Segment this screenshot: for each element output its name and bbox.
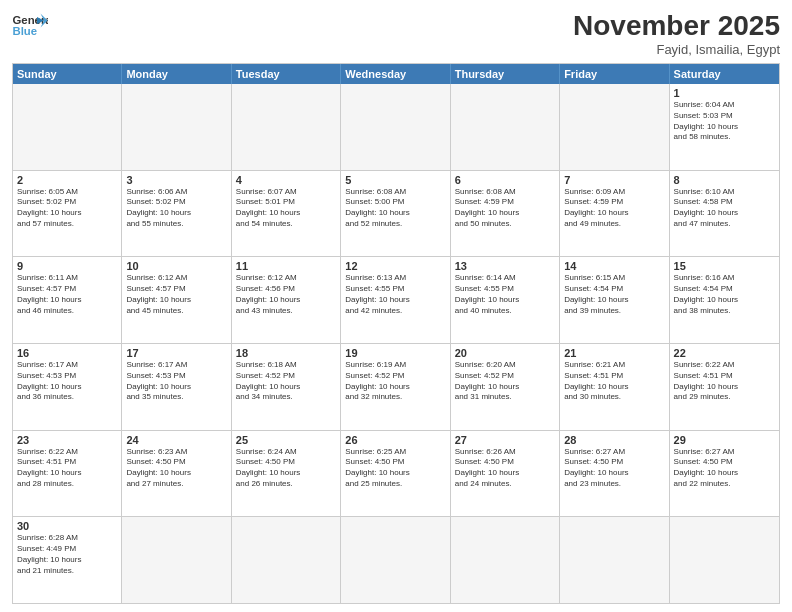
day-number: 16 [17,347,117,359]
calendar-cell-r1-c0: 2Sunrise: 6:05 AM Sunset: 5:02 PM Daylig… [13,171,122,257]
calendar-cell-r5-c2 [232,517,341,603]
day-info: Sunrise: 6:12 AM Sunset: 4:56 PM Dayligh… [236,273,336,316]
title-block: November 2025 Fayid, Ismailia, Egypt [573,10,780,57]
calendar-cell-r4-c3: 26Sunrise: 6:25 AM Sunset: 4:50 PM Dayli… [341,431,450,517]
logo: General Blue [12,10,48,38]
calendar-cell-r1-c5: 7Sunrise: 6:09 AM Sunset: 4:59 PM Daylig… [560,171,669,257]
calendar-row-2: 9Sunrise: 6:11 AM Sunset: 4:57 PM Daylig… [13,256,779,343]
calendar-cell-r4-c6: 29Sunrise: 6:27 AM Sunset: 4:50 PM Dayli… [670,431,779,517]
day-number: 30 [17,520,117,532]
calendar-cell-r3-c5: 21Sunrise: 6:21 AM Sunset: 4:51 PM Dayli… [560,344,669,430]
day-number: 26 [345,434,445,446]
day-info: Sunrise: 6:12 AM Sunset: 4:57 PM Dayligh… [126,273,226,316]
calendar-cell-r4-c5: 28Sunrise: 6:27 AM Sunset: 4:50 PM Dayli… [560,431,669,517]
day-number: 4 [236,174,336,186]
day-info: Sunrise: 6:07 AM Sunset: 5:01 PM Dayligh… [236,187,336,230]
calendar-row-4: 23Sunrise: 6:22 AM Sunset: 4:51 PM Dayli… [13,430,779,517]
day-number: 15 [674,260,775,272]
day-info: Sunrise: 6:10 AM Sunset: 4:58 PM Dayligh… [674,187,775,230]
day-number: 24 [126,434,226,446]
day-info: Sunrise: 6:27 AM Sunset: 4:50 PM Dayligh… [564,447,664,490]
calendar-cell-r0-c1 [122,84,231,170]
day-info: Sunrise: 6:22 AM Sunset: 4:51 PM Dayligh… [674,360,775,403]
day-info: Sunrise: 6:22 AM Sunset: 4:51 PM Dayligh… [17,447,117,490]
calendar-cell-r2-c1: 10Sunrise: 6:12 AM Sunset: 4:57 PM Dayli… [122,257,231,343]
day-info: Sunrise: 6:26 AM Sunset: 4:50 PM Dayligh… [455,447,555,490]
calendar-cell-r2-c4: 13Sunrise: 6:14 AM Sunset: 4:55 PM Dayli… [451,257,560,343]
day-info: Sunrise: 6:06 AM Sunset: 5:02 PM Dayligh… [126,187,226,230]
calendar-cell-r0-c6: 1Sunrise: 6:04 AM Sunset: 5:03 PM Daylig… [670,84,779,170]
calendar-cell-r2-c2: 11Sunrise: 6:12 AM Sunset: 4:56 PM Dayli… [232,257,341,343]
calendar-cell-r4-c2: 25Sunrise: 6:24 AM Sunset: 4:50 PM Dayli… [232,431,341,517]
calendar-cell-r3-c6: 22Sunrise: 6:22 AM Sunset: 4:51 PM Dayli… [670,344,779,430]
day-number: 8 [674,174,775,186]
calendar-row-1: 2Sunrise: 6:05 AM Sunset: 5:02 PM Daylig… [13,170,779,257]
day-number: 1 [674,87,775,99]
day-info: Sunrise: 6:09 AM Sunset: 4:59 PM Dayligh… [564,187,664,230]
calendar-cell-r0-c5 [560,84,669,170]
calendar-cell-r3-c0: 16Sunrise: 6:17 AM Sunset: 4:53 PM Dayli… [13,344,122,430]
day-info: Sunrise: 6:24 AM Sunset: 4:50 PM Dayligh… [236,447,336,490]
calendar-cell-r4-c0: 23Sunrise: 6:22 AM Sunset: 4:51 PM Dayli… [13,431,122,517]
day-info: Sunrise: 6:17 AM Sunset: 4:53 PM Dayligh… [126,360,226,403]
day-info: Sunrise: 6:08 AM Sunset: 4:59 PM Dayligh… [455,187,555,230]
calendar-cell-r2-c5: 14Sunrise: 6:15 AM Sunset: 4:54 PM Dayli… [560,257,669,343]
day-number: 5 [345,174,445,186]
calendar-cell-r1-c4: 6Sunrise: 6:08 AM Sunset: 4:59 PM Daylig… [451,171,560,257]
day-info: Sunrise: 6:19 AM Sunset: 4:52 PM Dayligh… [345,360,445,403]
day-info: Sunrise: 6:16 AM Sunset: 4:54 PM Dayligh… [674,273,775,316]
day-info: Sunrise: 6:15 AM Sunset: 4:54 PM Dayligh… [564,273,664,316]
calendar-cell-r5-c4 [451,517,560,603]
day-info: Sunrise: 6:25 AM Sunset: 4:50 PM Dayligh… [345,447,445,490]
calendar-cell-r2-c3: 12Sunrise: 6:13 AM Sunset: 4:55 PM Dayli… [341,257,450,343]
calendar-header: SundayMondayTuesdayWednesdayThursdayFrid… [13,64,779,84]
day-number: 9 [17,260,117,272]
calendar-cell-r2-c6: 15Sunrise: 6:16 AM Sunset: 4:54 PM Dayli… [670,257,779,343]
calendar-cell-r1-c2: 4Sunrise: 6:07 AM Sunset: 5:01 PM Daylig… [232,171,341,257]
day-number: 13 [455,260,555,272]
calendar-row-0: 1Sunrise: 6:04 AM Sunset: 5:03 PM Daylig… [13,84,779,170]
weekday-header-friday: Friday [560,64,669,84]
day-number: 29 [674,434,775,446]
day-number: 27 [455,434,555,446]
day-info: Sunrise: 6:28 AM Sunset: 4:49 PM Dayligh… [17,533,117,576]
day-info: Sunrise: 6:14 AM Sunset: 4:55 PM Dayligh… [455,273,555,316]
day-number: 11 [236,260,336,272]
day-number: 7 [564,174,664,186]
day-info: Sunrise: 6:21 AM Sunset: 4:51 PM Dayligh… [564,360,664,403]
calendar-cell-r3-c3: 19Sunrise: 6:19 AM Sunset: 4:52 PM Dayli… [341,344,450,430]
day-info: Sunrise: 6:05 AM Sunset: 5:02 PM Dayligh… [17,187,117,230]
weekday-header-thursday: Thursday [451,64,560,84]
day-number: 25 [236,434,336,446]
calendar-cell-r1-c3: 5Sunrise: 6:08 AM Sunset: 5:00 PM Daylig… [341,171,450,257]
calendar-cell-r3-c1: 17Sunrise: 6:17 AM Sunset: 4:53 PM Dayli… [122,344,231,430]
day-info: Sunrise: 6:17 AM Sunset: 4:53 PM Dayligh… [17,360,117,403]
day-number: 6 [455,174,555,186]
weekday-header-wednesday: Wednesday [341,64,450,84]
day-info: Sunrise: 6:23 AM Sunset: 4:50 PM Dayligh… [126,447,226,490]
day-info: Sunrise: 6:27 AM Sunset: 4:50 PM Dayligh… [674,447,775,490]
day-number: 10 [126,260,226,272]
calendar-cell-r1-c1: 3Sunrise: 6:06 AM Sunset: 5:02 PM Daylig… [122,171,231,257]
calendar-cell-r5-c1 [122,517,231,603]
calendar-cell-r5-c5 [560,517,669,603]
calendar-cell-r0-c2 [232,84,341,170]
logo-icon: General Blue [12,10,48,38]
month-title: November 2025 [573,10,780,42]
day-number: 22 [674,347,775,359]
day-number: 23 [17,434,117,446]
calendar-cell-r0-c4 [451,84,560,170]
day-number: 28 [564,434,664,446]
weekday-header-tuesday: Tuesday [232,64,341,84]
day-info: Sunrise: 6:08 AM Sunset: 5:00 PM Dayligh… [345,187,445,230]
calendar-cell-r5-c0: 30Sunrise: 6:28 AM Sunset: 4:49 PM Dayli… [13,517,122,603]
day-info: Sunrise: 6:04 AM Sunset: 5:03 PM Dayligh… [674,100,775,143]
calendar-cell-r1-c6: 8Sunrise: 6:10 AM Sunset: 4:58 PM Daylig… [670,171,779,257]
calendar-cell-r5-c3 [341,517,450,603]
calendar-row-3: 16Sunrise: 6:17 AM Sunset: 4:53 PM Dayli… [13,343,779,430]
weekday-header-saturday: Saturday [670,64,779,84]
calendar-cell-r3-c4: 20Sunrise: 6:20 AM Sunset: 4:52 PM Dayli… [451,344,560,430]
calendar-cell-r4-c4: 27Sunrise: 6:26 AM Sunset: 4:50 PM Dayli… [451,431,560,517]
day-number: 19 [345,347,445,359]
day-number: 18 [236,347,336,359]
